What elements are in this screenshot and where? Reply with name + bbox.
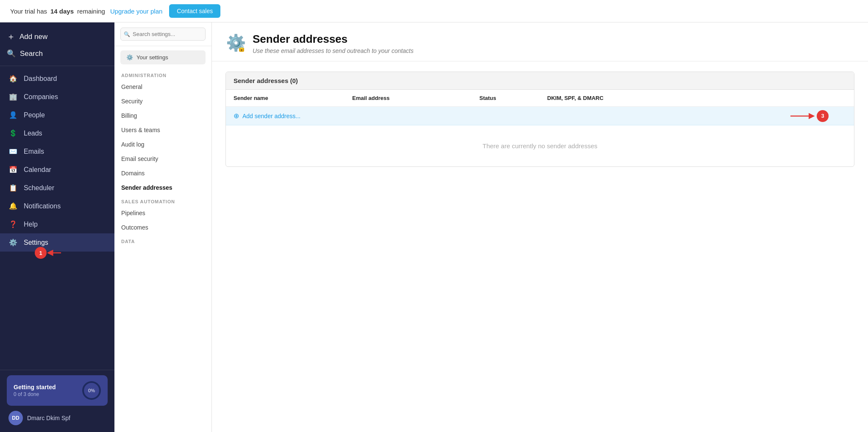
search-icon-small: 🔍 xyxy=(124,31,130,37)
content-header-text: Sender addresses Use these email address… xyxy=(253,33,414,54)
col-email-address: Email address xyxy=(352,95,479,101)
sidebar-item-scheduler[interactable]: 📋 Scheduler xyxy=(0,179,114,197)
user-row[interactable]: DD Dmarc Dkim Spf xyxy=(7,406,108,427)
sidebar-item-people[interactable]: 👤 People xyxy=(0,106,114,124)
table-count: (0) xyxy=(290,77,298,84)
sidebar-item-help[interactable]: ❓ Help xyxy=(0,215,114,233)
notifications-icon: 🔔 xyxy=(8,202,18,210)
leads-icon: 💲 xyxy=(8,129,18,137)
table-header-row: Sender addresses (0) xyxy=(226,72,854,90)
main-layout: ＋ Add new 🔍 Search 🏠 Dashboard 🏢 Compani… xyxy=(0,22,868,432)
annotation-1: 1 xyxy=(35,246,70,259)
annotation-3: 3 xyxy=(790,110,829,122)
settings-nav-domains[interactable]: Domains xyxy=(114,166,211,180)
col-dkim: DKIM, SPF, & DMARC xyxy=(547,95,846,101)
badge-1: 1 xyxy=(35,247,47,259)
settings-nav-pipelines[interactable]: Pipelines xyxy=(114,206,211,220)
sidebar-item-label: People xyxy=(24,111,45,119)
table-column-headers: Sender name Email address Status DKIM, S… xyxy=(226,90,854,107)
settings-nav: ADMINISTRATION General Security Billing … xyxy=(114,69,211,432)
col-status: Status xyxy=(479,95,547,101)
settings-nav-billing[interactable]: Billing xyxy=(114,108,211,123)
contact-sales-button[interactable]: Contact sales xyxy=(169,4,220,18)
table-empty-state: There are currently no sender addresses xyxy=(226,125,854,166)
scheduler-icon: 📋 xyxy=(8,184,18,192)
sidebar-item-label: Dashboard xyxy=(24,75,57,83)
content-header: ⚙️ 🔒 Sender addresses Use these email ad… xyxy=(212,22,868,61)
sender-addresses-icon: ⚙️ 🔒 xyxy=(225,33,246,53)
progress-percent: 0% xyxy=(84,383,99,398)
settings-search-input[interactable] xyxy=(120,28,206,41)
settings-nav-users-teams[interactable]: Users & teams xyxy=(114,123,211,137)
add-new-button[interactable]: ＋ Add new xyxy=(7,28,108,45)
avatar: DD xyxy=(8,411,23,425)
sidebar-item-leads[interactable]: 💲 Leads xyxy=(0,124,114,142)
search-button[interactable]: 🔍 Search xyxy=(7,45,108,60)
sidebar-item-label: Leads xyxy=(24,130,42,137)
settings-nav-email-security[interactable]: Email security xyxy=(114,152,211,166)
sales-automation-label: SALES AUTOMATION xyxy=(114,195,211,206)
companies-icon: 🏢 xyxy=(8,93,18,101)
your-settings-label: Your settings xyxy=(136,54,168,61)
sidebar-item-emails[interactable]: ✉️ Emails xyxy=(0,142,114,161)
trial-banner: Your trial has 14 days remaining Upgrade… xyxy=(0,0,868,22)
lock-icon: 🔒 xyxy=(237,44,246,52)
progress-circle: 0% xyxy=(82,381,101,400)
data-label: DATA xyxy=(114,235,211,246)
emails-icon: ✉️ xyxy=(8,147,18,155)
add-sender-text: Add sender address... xyxy=(242,113,300,119)
getting-started-title: Getting started xyxy=(14,384,56,390)
annotation-2: 2 xyxy=(211,182,211,194)
sidebar-item-notifications[interactable]: 🔔 Notifications xyxy=(0,197,114,215)
page-title: Sender addresses xyxy=(253,33,414,46)
plus-icon: ＋ xyxy=(7,31,15,42)
settings-search-area: 🔍 xyxy=(114,22,211,46)
table-heading: Sender addresses xyxy=(234,77,288,84)
arrow-3 xyxy=(790,111,815,121)
col-sender-name: Sender name xyxy=(234,95,352,101)
settings-nav-outcomes[interactable]: Outcomes xyxy=(114,220,211,235)
badge-3: 3 xyxy=(817,110,829,122)
search-label: Search xyxy=(20,50,43,58)
sidebar-item-label: Companies xyxy=(24,93,58,101)
search-icon: 🔍 xyxy=(7,49,16,58)
settings-panel: 🔍 ⚙️ Your settings ADMINISTRATION Genera… xyxy=(114,22,212,432)
sender-addresses-table: Sender addresses (0) Sender name Email a… xyxy=(225,72,854,167)
user-name: Dmarc Dkim Spf xyxy=(27,415,70,421)
upgrade-link[interactable]: Upgrade your plan xyxy=(110,8,162,15)
sidebar: ＋ Add new 🔍 Search 🏠 Dashboard 🏢 Compani… xyxy=(0,22,114,432)
settings-nav-general[interactable]: General xyxy=(114,80,211,94)
people-icon: 👤 xyxy=(8,111,18,119)
add-sender-address-row[interactable]: ⊕ Add sender address... 3 xyxy=(226,107,854,125)
sidebar-item-settings[interactable]: ⚙️ Settings 1 xyxy=(0,233,114,252)
sidebar-item-label: Settings xyxy=(24,239,48,246)
add-new-label: Add new xyxy=(19,33,47,41)
getting-started-card[interactable]: Getting started 0 of 3 done 0% xyxy=(7,375,108,406)
arrow-1 xyxy=(49,246,70,259)
trial-text: Your trial has xyxy=(10,8,47,15)
sidebar-item-label: Calendar xyxy=(24,166,51,174)
trial-remaining: remaining xyxy=(77,8,105,15)
settings-nav-security[interactable]: Security xyxy=(114,94,211,108)
getting-started-text: Getting started 0 of 3 done xyxy=(14,384,56,397)
your-settings-button[interactable]: ⚙️ Your settings xyxy=(120,50,206,64)
sidebar-bottom: Getting started 0 of 3 done 0% DD Dmarc … xyxy=(0,370,114,432)
arrow-2 xyxy=(211,183,211,193)
administration-label: ADMINISTRATION xyxy=(114,69,211,80)
settings-icon: ⚙️ xyxy=(8,238,18,246)
sidebar-item-label: Scheduler xyxy=(24,184,54,192)
sidebar-item-calendar[interactable]: 📅 Calendar xyxy=(0,161,114,179)
settings-search-wrap: 🔍 xyxy=(120,28,206,41)
page-description: Use these email addresses to send outrea… xyxy=(253,47,414,54)
calendar-icon: 📅 xyxy=(8,166,18,174)
help-icon: ❓ xyxy=(8,220,18,228)
sidebar-item-companies[interactable]: 🏢 Companies xyxy=(0,88,114,106)
empty-text: There are currently no sender addresses xyxy=(483,142,598,150)
sidebar-item-label: Notifications xyxy=(24,202,61,210)
settings-nav-audit-log[interactable]: Audit log xyxy=(114,137,211,152)
settings-nav-sender-addresses[interactable]: Sender addresses 2 xyxy=(114,180,211,195)
sidebar-item-label: Emails xyxy=(24,148,44,155)
content-body: Sender addresses (0) Sender name Email a… xyxy=(212,61,868,432)
content-area: ⚙️ 🔒 Sender addresses Use these email ad… xyxy=(212,22,868,432)
sidebar-item-dashboard[interactable]: 🏠 Dashboard xyxy=(0,69,114,88)
